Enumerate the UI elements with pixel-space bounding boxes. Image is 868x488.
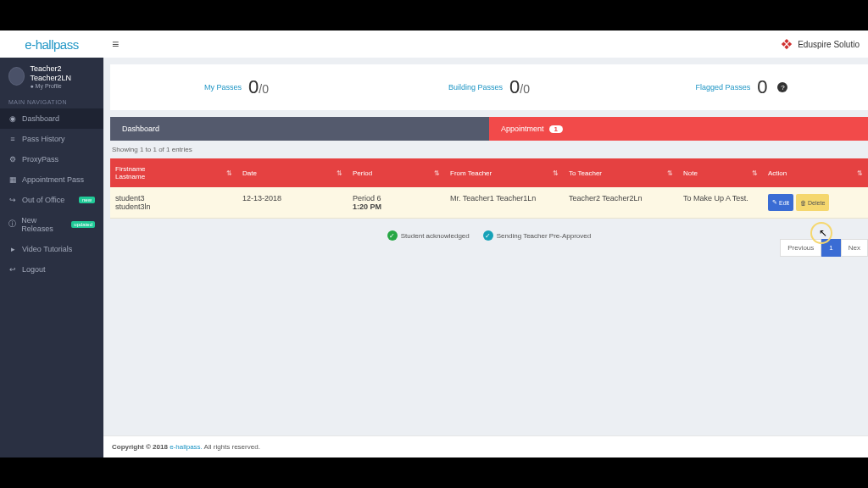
logout-icon: ↩: [8, 265, 17, 274]
tabs: Dashboard Appointment 1: [110, 117, 868, 141]
cell-from: Mr. Teacher1 Teacher1Ln: [445, 187, 564, 218]
delete-button[interactable]: 🗑 Delete: [796, 194, 829, 211]
appointment-count-badge: 1: [549, 125, 563, 133]
sidebar-item-new-releases[interactable]: ⓘNew Releasesupdated: [0, 210, 103, 239]
footer: Copyright © 2018 e-hallpass. All rights …: [103, 435, 868, 458]
sidebar-item-dashboard[interactable]: ◉Dashboard: [0, 108, 103, 129]
calendar-icon: ▦: [8, 175, 17, 184]
letterbox-top: [0, 0, 868, 30]
profile-block[interactable]: Teacher2 Teacher2LN ● My Profile: [0, 58, 103, 96]
sort-icon: ⇅: [553, 169, 559, 177]
legend-preapproved: ✓Sending Teacher Pre-Approved: [483, 230, 591, 241]
cell-to: Teacher2 Teacher2Ln: [564, 187, 678, 218]
cell-period: Period 61:20 PM: [348, 187, 445, 218]
cell-note: To Make Up A Test.: [678, 187, 763, 218]
topbar: ≡ Eduspire Solutio: [103, 30, 868, 58]
footer-brand-link[interactable]: e-hallpass.: [170, 443, 203, 451]
page-1-button[interactable]: 1: [821, 239, 840, 257]
tab-dashboard[interactable]: Dashboard: [110, 117, 489, 141]
edit-button[interactable]: ✎ Edit: [768, 194, 793, 211]
legend: ✓Student acknowledged ✓Sending Teacher P…: [110, 219, 868, 252]
dashboard-icon: ◉: [8, 114, 17, 123]
col-from[interactable]: From Teacher⇅: [445, 158, 564, 187]
col-action[interactable]: Action⇅: [763, 158, 868, 187]
sort-icon: ⇅: [752, 169, 758, 177]
table-row: student3student3ln 12-13-2018 Period 61:…: [110, 187, 868, 219]
help-icon[interactable]: ?: [777, 82, 787, 92]
table-header: FirstnameLastname⇅ Date⇅ Period⇅ From Te…: [110, 158, 868, 187]
appointments-table: FirstnameLastname⇅ Date⇅ Period⇅ From Te…: [110, 158, 868, 219]
video-icon: ▸: [8, 245, 17, 253]
proxy-icon: ⚙: [8, 155, 17, 164]
sort-icon: ⇅: [434, 169, 440, 177]
col-note[interactable]: Note⇅: [678, 158, 763, 187]
sidebar-item-logout[interactable]: ↩Logout: [0, 259, 103, 280]
cell-name: student3student3ln: [110, 187, 237, 218]
hamburger-icon[interactable]: ≡: [112, 37, 119, 51]
logo[interactable]: e-hallpass: [25, 37, 78, 52]
sort-icon: ⇅: [667, 169, 673, 177]
sidebar: Teacher2 Teacher2LN ● My Profile MAIN NA…: [0, 30, 103, 458]
brand-icon: [781, 38, 793, 50]
brand-right[interactable]: Eduspire Solutio: [781, 38, 860, 50]
letterbox-bottom: [0, 458, 868, 488]
profile-name: Teacher2 Teacher2LN: [30, 64, 95, 83]
sort-icon: ⇅: [337, 169, 342, 177]
sidebar-item-out-of-office[interactable]: ↪Out of Officenew: [0, 190, 103, 210]
prev-button[interactable]: Previous: [780, 239, 821, 257]
stat-flagged-passes: Flagged Passes 0 ?: [615, 64, 868, 110]
col-period[interactable]: Period⇅: [348, 158, 445, 187]
profile-link[interactable]: ● My Profile: [30, 83, 95, 89]
next-button[interactable]: Nex: [841, 239, 868, 257]
col-date[interactable]: Date⇅: [237, 158, 348, 187]
table-info: Showing 1 to 1 of 1 entries: [110, 141, 868, 158]
nav-header: MAIN NAVIGATION: [0, 96, 103, 108]
main-content: ≡ Eduspire Solutio My Passes 0/0 Buildin…: [103, 30, 868, 458]
check-icon: ✓: [387, 230, 398, 241]
cell-action: ✎ Edit 🗑 Delete: [763, 187, 868, 218]
avatar: [8, 67, 25, 86]
sidebar-item-appointment-pass[interactable]: ▦Appointment Pass: [0, 169, 103, 190]
stats-row: My Passes 0/0 Building Passes 0/0 Flagge…: [110, 64, 868, 110]
sort-icon: ⇅: [226, 169, 232, 177]
col-to[interactable]: To Teacher⇅: [564, 158, 678, 187]
updated-badge: updated: [71, 221, 95, 228]
history-icon: ≡: [8, 135, 17, 143]
col-name[interactable]: FirstnameLastname⇅: [110, 158, 237, 187]
sidebar-item-video-tutorials[interactable]: ▸Video Tutorials: [0, 239, 103, 259]
legend-acknowledged: ✓Student acknowledged: [387, 230, 470, 241]
out-icon: ↪: [8, 196, 17, 204]
check-icon: ✓: [483, 230, 493, 241]
logo-area: e-hallpass: [0, 30, 103, 58]
sort-icon: ⇅: [857, 169, 863, 177]
pagination: Previous 1 Nex: [780, 239, 868, 257]
tab-appointment[interactable]: Appointment 1: [489, 117, 868, 141]
new-badge: new: [79, 197, 95, 203]
sidebar-item-pass-history[interactable]: ≡Pass History: [0, 129, 103, 149]
releases-icon: ⓘ: [8, 220, 16, 229]
stat-building-passes: Building Passes 0/0: [363, 64, 615, 110]
stat-my-passes: My Passes 0/0: [110, 64, 363, 110]
sidebar-item-proxypass[interactable]: ⚙ProxyPass: [0, 149, 103, 169]
cell-date: 12-13-2018: [237, 187, 348, 218]
